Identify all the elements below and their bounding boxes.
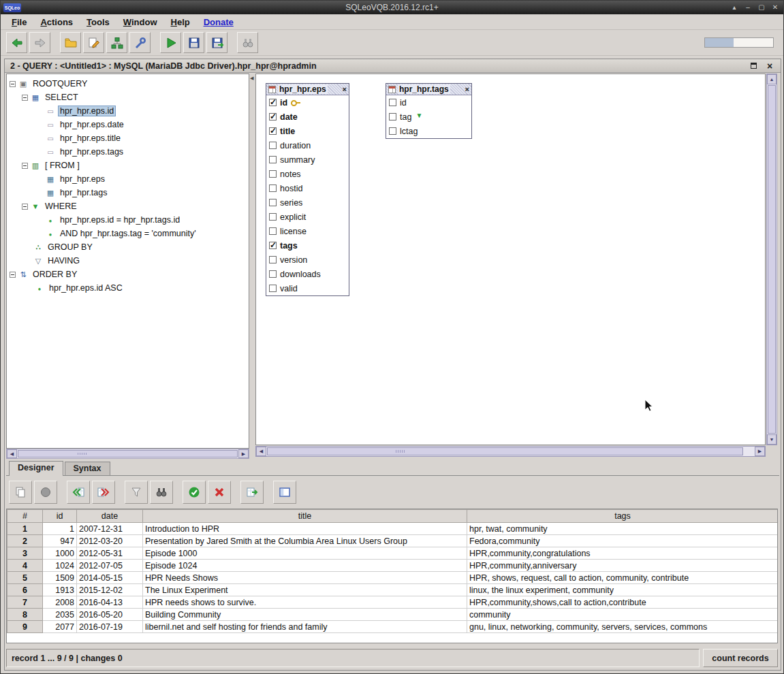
tree-node[interactable]: ROOTQUERY — [7, 77, 249, 91]
column-row[interactable]: version — [266, 253, 349, 267]
column-row[interactable]: tag — [386, 110, 471, 124]
table-row[interactable]: 1 1 2007-12-31 Introduction to HPR hpr, … — [7, 523, 779, 535]
column-checkbox[interactable] — [269, 199, 277, 206]
id-cell[interactable]: 2008 — [43, 596, 77, 609]
find-in-grid-button[interactable] — [150, 481, 173, 504]
column-row[interactable]: title — [266, 124, 349, 138]
previous-page-button[interactable] — [67, 481, 90, 504]
close-icon[interactable]: × — [465, 86, 469, 93]
column-row[interactable]: tags — [266, 238, 349, 253]
date-cell[interactable]: 2014-05-15 — [77, 572, 143, 584]
column-row[interactable]: duration — [266, 138, 349, 153]
column-checkbox[interactable] — [269, 113, 277, 121]
date-cell[interactable]: 2015-12-02 — [77, 584, 143, 596]
column-checkbox[interactable] — [269, 99, 277, 106]
tags-cell[interactable]: HPR,community,shows,call to action,contr… — [467, 596, 779, 609]
diagram-panel[interactable]: hpr_hpr.eps × id date — [255, 74, 766, 445]
scrollbar-thumb[interactable] — [18, 450, 238, 458]
tree-horizontal-scrollbar[interactable]: ◀ ▶ — [6, 449, 249, 459]
table-card-tags[interactable]: hpr_hpr.tags × id tag — [386, 83, 472, 139]
column-row[interactable]: hostid — [266, 181, 349, 195]
metadata-explorer-button[interactable] — [106, 32, 127, 53]
table-row[interactable]: 4 1024 2012-07-05 Episode 1024 HPR,commu… — [7, 560, 779, 572]
tree-node[interactable]: SELECT — [7, 91, 249, 104]
id-cell[interactable]: 1000 — [43, 547, 77, 560]
save-as-button[interactable] — [206, 32, 228, 53]
maximize-window-icon[interactable]: ▢ — [756, 3, 767, 12]
tree-node[interactable]: GROUP BY — [7, 240, 249, 254]
tags-cell[interactable]: HPR, shows, request, call to action, com… — [467, 572, 779, 584]
tags-cell[interactable]: hpr, twat, community — [467, 523, 779, 535]
id-cell[interactable]: 2035 — [43, 609, 77, 621]
query-frame-titlebar[interactable]: 2 - QUERY : <Untitled1> : MySQL (MariaDB… — [5, 59, 781, 73]
tags-cell[interactable]: HPR,community,anniversary — [467, 560, 779, 572]
column-row[interactable]: valid — [266, 281, 349, 295]
os-titlebar[interactable]: SQLeo SQLeoVQB.2016.12.rc1+ ▴ – ▢ ✕ — [1, 1, 783, 14]
column-row[interactable]: explicit — [266, 210, 349, 224]
title-cell[interactable]: libernil.net and self hosting for friend… — [143, 621, 467, 633]
panel-splitter[interactable] — [250, 74, 255, 449]
tree-node[interactable]: hpr_hpr.eps.id ASC — [7, 281, 249, 295]
table-row[interactable]: 2 947 2012-03-20 Presentation by Jared S… — [7, 535, 779, 547]
title-cell[interactable]: Introduction to HPR — [143, 523, 467, 535]
table-card-eps[interactable]: hpr_hpr.eps × id date — [266, 83, 349, 296]
column-checkbox[interactable] — [269, 170, 277, 178]
column-checkbox[interactable] — [269, 256, 277, 263]
column-row[interactable]: notes — [266, 167, 349, 181]
tags-cell[interactable]: gnu, linux, networking, community, serve… — [467, 621, 779, 633]
table-card-titlebar[interactable]: hpr_hpr.eps × — [266, 84, 349, 95]
title-cell[interactable]: Presentation by Jared Smith at the Colum… — [143, 535, 467, 547]
id-cell[interactable]: 1024 — [43, 560, 77, 572]
column-checkbox[interactable] — [269, 184, 277, 192]
date-cell[interactable]: 2012-07-05 — [77, 560, 143, 572]
scrollbar-thumb[interactable] — [768, 85, 776, 434]
column-checkbox[interactable] — [389, 127, 396, 135]
commit-button[interactable] — [183, 481, 206, 504]
title-cell[interactable]: Episode 1000 — [143, 547, 467, 560]
column-row[interactable]: lctag — [386, 124, 471, 138]
scroll-left-icon[interactable]: ◀ — [256, 447, 266, 456]
column-header-title[interactable]: title — [143, 510, 467, 523]
column-header-id[interactable]: id — [43, 510, 77, 523]
tree-node[interactable]: ORDER BY — [7, 268, 249, 281]
table-row[interactable]: 8 2035 2016-05-20 Building Community com… — [7, 609, 779, 621]
diagram-vertical-scrollbar[interactable]: ▲ ▼ — [766, 74, 777, 445]
menu-item[interactable]: File — [5, 16, 33, 29]
table-row[interactable]: 5 1509 2014-05-15 HPR Needs Shows HPR, s… — [7, 572, 779, 584]
id-cell[interactable]: 947 — [43, 535, 77, 547]
next-page-button[interactable] — [92, 481, 115, 504]
id-cell[interactable]: 2077 — [43, 621, 77, 633]
tree-node[interactable]: hpr_hpr.eps — [7, 172, 249, 186]
tree-node[interactable]: hpr_hpr.eps.id = hpr_hpr.tags.id — [7, 213, 249, 227]
menu-item[interactable]: Help — [164, 16, 197, 29]
date-cell[interactable]: 2016-05-20 — [77, 609, 143, 621]
tags-cell[interactable]: linux, the linux experiment, community — [467, 584, 779, 596]
scroll-left-icon[interactable]: ◀ — [7, 449, 17, 458]
column-checkbox[interactable] — [389, 99, 396, 106]
close-icon[interactable]: × — [343, 86, 347, 93]
expand-toggle-icon[interactable] — [10, 81, 16, 87]
find-button[interactable] — [237, 32, 258, 53]
rollback-button[interactable] — [208, 481, 231, 504]
frame-close-button[interactable]: × — [764, 61, 775, 71]
id-cell[interactable]: 1 — [43, 523, 77, 535]
column-row[interactable]: id — [386, 95, 471, 110]
tree-node[interactable]: AND hpr_hpr.tags.tag = 'community' — [7, 227, 249, 240]
count-records-button[interactable]: count records — [703, 649, 778, 667]
expand-toggle-icon[interactable] — [10, 272, 16, 278]
scrollbar-thumb[interactable] — [267, 447, 743, 455]
new-query-button[interactable] — [83, 32, 104, 53]
column-checkbox[interactable] — [269, 285, 277, 292]
menu-item[interactable]: Window — [116, 16, 164, 29]
stop-button[interactable] — [34, 481, 57, 504]
table-card-titlebar[interactable]: hpr_hpr.tags × — [386, 84, 471, 95]
column-row[interactable]: summary — [266, 153, 349, 167]
close-window-icon[interactable]: ✕ — [770, 3, 781, 12]
column-checkbox[interactable] — [269, 127, 277, 135]
diagram-horizontal-scrollbar[interactable]: ◀ ▶ — [255, 446, 766, 457]
tree-node[interactable]: hpr_hpr.eps.title — [7, 131, 249, 145]
expand-toggle-icon[interactable] — [22, 204, 28, 210]
menu-item[interactable]: Tools — [80, 16, 116, 29]
title-cell[interactable]: Building Community — [143, 609, 467, 621]
tags-cell[interactable]: community — [467, 609, 779, 621]
